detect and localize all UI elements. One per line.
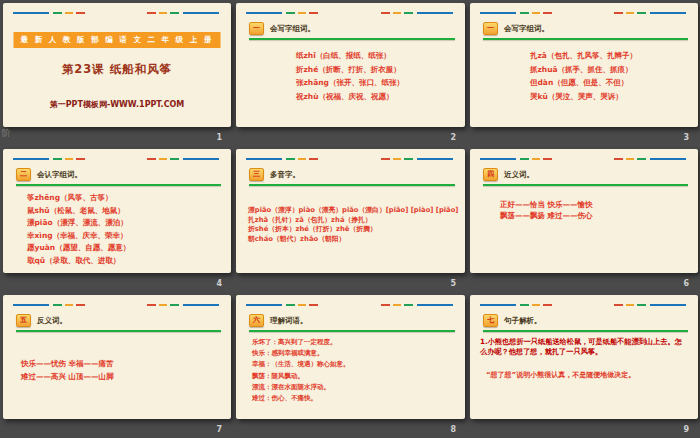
slide-thumbnail-9[interactable]: 七 句子解析。 1.小熊也想折一只纸船送给松鼠，可是纸船不能漂到山上去。怎么办呢…: [467, 292, 700, 438]
word-line: 愿yuàn（愿望、自愿、愿意）: [27, 242, 231, 255]
header-underline: [483, 330, 688, 332]
decor-dash-bar: [480, 158, 686, 160]
section-header: 三 多音字。: [249, 168, 465, 181]
section-header-label: 会认字组词。: [37, 170, 82, 180]
decor-dash-bar: [13, 304, 219, 306]
page-number: 3: [683, 133, 689, 142]
word-line: 漂piāo（漂浮）piào（漂亮）piǎo（漂白）[piāo] [piào] […: [248, 206, 465, 216]
word-line: 哭kū（哭泣、哭声、哭诉）: [530, 90, 698, 104]
word-line: 抓zhuā（抓手、抓住、抓痕）: [530, 63, 698, 77]
section-header-label: 多音字。: [270, 170, 300, 180]
word-line: 难过——高兴 山顶——山脚: [21, 370, 231, 383]
word-line: 漂piāo（漂浮、漂流、漂泊）: [27, 217, 231, 230]
slide-2-canvas: 一 会写字组词。 纸zhǐ（白纸、报纸、纸张） 折zhé（折断、打折、折衣服） …: [236, 3, 465, 127]
section-header: 五 反义词。: [16, 314, 231, 327]
slide-thumbnail-6[interactable]: 四 近义词。 正好——恰当 快乐——愉快 飘荡——飘扬 难过——伤心 6: [467, 146, 700, 292]
slide-3-canvas: 一 会写字组词。 扎zā（包扎、扎风筝、扎辫子） 抓zhuā（抓手、抓住、抓痕）…: [470, 3, 698, 127]
slide-thumbnail-8[interactable]: 六 理解词语。 乐坏了：高兴到了一定程度。 快乐：感到幸福或满意。 幸福：（生活…: [233, 292, 467, 438]
section-header: 二 会认字组词。: [16, 168, 231, 181]
word-line: 漂流：漂在水面随水浮动。: [252, 382, 465, 393]
word-list: 漂piāo（漂浮）piào（漂亮）piǎo（漂白）[piāo] [piào] […: [248, 206, 465, 244]
section-header-label: 会写字组词。: [270, 24, 315, 34]
lesson-title: 第23课 纸船和风筝: [3, 62, 231, 77]
decor-dash-bar: [246, 12, 453, 14]
section-number-icon: 七: [483, 314, 498, 327]
header-underline: [16, 330, 221, 332]
word-line: 纸zhǐ（白纸、报纸、纸张）: [296, 49, 465, 63]
header-underline: [16, 184, 221, 186]
slide-8-canvas: 六 理解词语。 乐坏了：高兴到了一定程度。 快乐：感到幸福或满意。 幸福：（生活…: [236, 295, 465, 419]
slide-thumbnail-1[interactable]: 最 新 人 教 版 部 编 语 文 二 年 级 上 册 第23课 纸船和风筝 第…: [0, 0, 233, 146]
word-line: 祝zhù（祝福、庆祝、祝愿）: [296, 90, 465, 104]
word-line: 飘荡——飘扬 难过——伤心: [500, 210, 698, 221]
analysis-note: “想了想”说明小熊很认真，不是随便地做决定。: [486, 370, 686, 380]
word-list: 乐坏了：高兴到了一定程度。 快乐：感到幸福或满意。 幸福：（生活、境遇）称心如意…: [252, 337, 465, 404]
page-number: 8: [450, 425, 456, 434]
page-number: 5: [450, 279, 456, 288]
slide-9-canvas: 七 句子解析。 1.小熊也想折一只纸船送给松鼠，可是纸船不能漂到山上去。怎么办呢…: [470, 295, 698, 419]
section-header-label: 理解词语。: [270, 316, 308, 326]
word-line: 张zhāng（张开、张口、纸张）: [296, 76, 465, 90]
page-number: 1: [216, 133, 222, 142]
word-line: 折shé（折本）zhé（打折）zhē（折腾）: [248, 225, 465, 235]
slide-7-canvas: 五 反义词。 快乐——忧伤 幸福——痛苦 难过——高兴 山顶——山脚: [3, 295, 231, 419]
word-line: 筝zhēng（风筝、古筝）: [27, 192, 231, 205]
slide-thumbnail-3[interactable]: 一 会写字组词。 扎zā（包扎、扎风筝、扎辫子） 抓zhuā（抓手、抓住、抓痕）…: [467, 0, 700, 146]
page-number: 4: [216, 279, 222, 288]
slide-6-canvas: 四 近义词。 正好——恰当 快乐——愉快 飘荡——飘扬 难过——伤心: [470, 149, 698, 273]
header-underline: [483, 38, 688, 40]
word-line: 快乐——忧伤 幸福——痛苦: [21, 357, 231, 370]
word-list: 纸zhǐ（白纸、报纸、纸张） 折zhé（折断、打折、折衣服） 张zhāng（张开…: [296, 49, 465, 103]
word-line: 扎zhā（扎针）zā（包扎）zhá（挣扎）: [248, 216, 465, 226]
section-header: 四 近义词。: [483, 168, 698, 181]
section-header: 一 会写字组词。: [249, 22, 465, 35]
section-header-label: 近义词。: [504, 170, 534, 180]
section-header-label: 反义词。: [37, 316, 67, 326]
page-number: 9: [683, 425, 689, 434]
page-number: 7: [216, 425, 222, 434]
word-line: 乐坏了：高兴到了一定程度。: [252, 337, 465, 348]
word-list: 正好——恰当 快乐——愉快 飘荡——飘扬 难过——伤心: [500, 199, 698, 221]
word-line: 难过：伤心、不痛快。: [252, 393, 465, 404]
decor-dash-bar: [246, 304, 453, 306]
corner-watermark-text: 阶: [2, 127, 11, 140]
section-header: 一 会写字组词。: [483, 22, 698, 35]
section-header: 七 句子解析。: [483, 314, 698, 327]
decor-dash-bar: [13, 158, 219, 160]
section-number-icon: 四: [483, 168, 498, 181]
word-line: 快乐：感到幸福或满意。: [252, 348, 465, 359]
word-line: 幸福：（生活、境遇）称心如意。: [252, 359, 465, 370]
header-underline: [249, 184, 455, 186]
decor-dash-bar: [480, 12, 686, 14]
word-line: 但dàn（但愿、但是、不但）: [530, 76, 698, 90]
header-underline: [249, 330, 455, 332]
section-number-icon: 五: [16, 314, 31, 327]
section-number-icon: 三: [249, 168, 264, 181]
slide-thumbnail-4[interactable]: 二 会认字组词。 筝zhēng（风筝、古筝） 鼠shǔ（松鼠、老鼠、地鼠） 漂p…: [0, 146, 233, 292]
slide-thumbnail-5[interactable]: 三 多音字。 漂piāo（漂浮）piào（漂亮）piǎo（漂白）[piāo] […: [233, 146, 467, 292]
analysis-sentence: 1.小熊也想折一只纸船送给松鼠，可是纸船不能漂到山上去。怎么办呢？他想了想，就扎…: [480, 337, 686, 357]
word-line: 取qǔ（录取、取代、进取）: [27, 255, 231, 268]
word-line: 扎zā（包扎、扎风筝、扎辫子）: [530, 49, 698, 63]
section-header-label: 会写字组词。: [504, 24, 549, 34]
section-number-icon: 一: [249, 22, 264, 35]
page-number: 6: [683, 279, 689, 288]
header-underline: [249, 38, 455, 40]
section-header: 六 理解词语。: [249, 314, 465, 327]
section-number-icon: 六: [249, 314, 264, 327]
decor-dash-bar: [246, 158, 453, 160]
page-number: 2: [450, 133, 456, 142]
slide-thumbnail-7[interactable]: 五 反义词。 快乐——忧伤 幸福——痛苦 难过——高兴 山顶——山脚 7: [0, 292, 233, 438]
series-banner: 最 新 人 教 版 部 编 语 文 二 年 级 上 册: [14, 32, 221, 48]
slide-thumbnail-2[interactable]: 一 会写字组词。 纸zhǐ（白纸、报纸、纸张） 折zhé（折断、打折、折衣服） …: [233, 0, 467, 146]
word-line: 飘荡：随风飘动。: [252, 371, 465, 382]
word-list: 扎zā（包扎、扎风筝、扎辫子） 抓zhuā（抓手、抓住、抓痕） 但dàn（但愿、…: [530, 49, 698, 103]
word-line: 鼠shǔ（松鼠、老鼠、地鼠）: [27, 205, 231, 218]
word-list: 筝zhēng（风筝、古筝） 鼠shǔ（松鼠、老鼠、地鼠） 漂piāo（漂浮、漂流…: [27, 192, 231, 267]
slide-5-canvas: 三 多音字。 漂piāo（漂浮）piào（漂亮）piǎo（漂白）[piāo] […: [236, 149, 465, 273]
section-header-label: 句子解析。: [504, 316, 542, 326]
word-line: 幸xìng（幸福、庆幸、荣幸）: [27, 230, 231, 243]
decor-dash-bar: [13, 12, 219, 14]
site-watermark-text: 第一PPT模板网-WWW.1PPT.COM: [3, 99, 231, 110]
section-number-icon: 二: [16, 168, 31, 181]
